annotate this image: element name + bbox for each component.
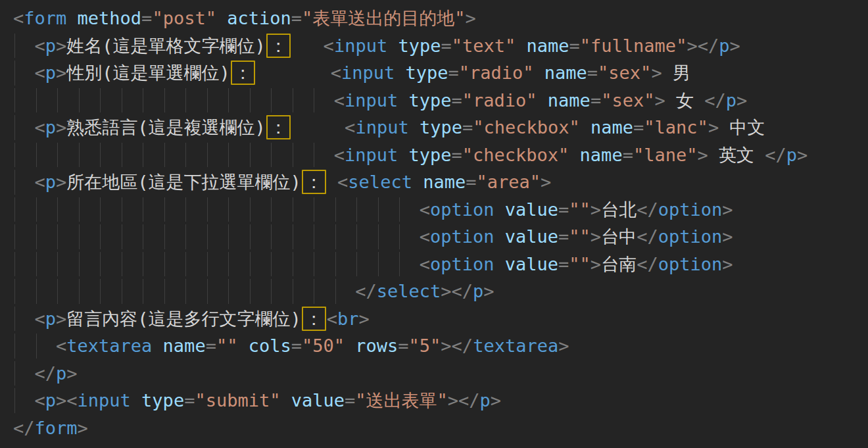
- code-attribute-name: name: [548, 90, 591, 111]
- code-tag-name: input: [345, 145, 398, 165]
- code-string: "送出表單": [355, 390, 448, 411]
- code-punctuation: >: [797, 145, 808, 165]
- code-punctuation: </: [35, 363, 57, 384]
- code-punctuation: =: [558, 226, 569, 247]
- code-plain-text: 所在地區(這是下拉選單欄位): [66, 172, 301, 192]
- code-string: "post": [152, 8, 216, 28]
- code-plain-text: [131, 390, 141, 411]
- code-plain-text: [327, 172, 337, 192]
- code-punctuation: =: [462, 117, 473, 137]
- code-line[interactable]: </p>: [13, 360, 868, 387]
- code-plain-text: 女: [665, 90, 705, 111]
- code-string: "": [216, 336, 238, 356]
- code-attribute-name: name: [527, 36, 569, 56]
- code-tag-name: input: [334, 36, 387, 56]
- code-tag-name: p: [786, 145, 797, 165]
- code-plain-text: [13, 336, 56, 356]
- code-tag-name: input: [78, 390, 131, 411]
- code-punctuation: =: [591, 90, 601, 111]
- code-line[interactable]: <option value="">台中</option>: [13, 223, 868, 251]
- code-attribute-name: method: [78, 8, 142, 28]
- code-attribute-name: value: [505, 199, 558, 220]
- code-line[interactable]: <p>留言內容(這是多行文字欄位)：<br>: [13, 305, 868, 333]
- code-plain-text: [216, 8, 227, 28]
- code-plain-text: [152, 336, 162, 356]
- code-punctuation: >: [697, 145, 708, 165]
- code-string: "text": [452, 36, 516, 56]
- code-plain-text: [66, 8, 77, 28]
- code-plain-text: [13, 309, 35, 329]
- code-punctuation: >: [56, 172, 66, 192]
- code-line[interactable]: <p>熟悉語言(這是複選欄位)： <input type="checkbox" …: [13, 114, 868, 141]
- code-punctuation: >: [729, 36, 740, 56]
- code-line[interactable]: <p><input type="submit" value="送出表單"></p…: [13, 387, 868, 414]
- code-line[interactable]: <option value="">台南</option>: [13, 251, 868, 278]
- code-line[interactable]: <option value="">台北</option>: [13, 196, 868, 224]
- code-punctuation: =: [558, 254, 569, 274]
- code-plain-text: [412, 172, 423, 192]
- code-line[interactable]: <input type="radio" name="sex"> 女 </p>: [13, 87, 868, 114]
- code-punctuation: >: [66, 363, 77, 384]
- code-tag-name: p: [56, 363, 66, 384]
- code-string: "fullname": [580, 36, 687, 56]
- unicode-highlight-box: ：: [302, 170, 326, 194]
- code-attribute-name: type: [408, 90, 451, 111]
- code-string: "5": [409, 336, 441, 356]
- code-tag-name: p: [480, 390, 491, 411]
- code-tag-name: p: [726, 90, 736, 111]
- unicode-highlight-box: ：: [302, 307, 326, 331]
- code-line[interactable]: <textarea name="" cols="50" rows="5"></t…: [13, 332, 868, 360]
- code-punctuation: <: [35, 62, 45, 83]
- code-punctuation: >: [736, 90, 747, 111]
- code-tag-name: p: [45, 62, 56, 83]
- code-attribute-name: cols: [249, 336, 291, 356]
- code-line[interactable]: </select></p>: [13, 278, 868, 305]
- code-line[interactable]: <input type="checkbox" name="lane"> 英文 <…: [13, 141, 868, 169]
- code-editor[interactable]: <form method="post" action="表單送出的目的地"> <…: [0, 0, 868, 448]
- code-attribute-name: action: [227, 8, 291, 28]
- code-string: "area": [476, 172, 541, 192]
- code-tag-name: p: [45, 36, 56, 56]
- code-plain-text: [398, 90, 408, 111]
- code-line[interactable]: </form>: [13, 414, 868, 442]
- code-plain-text: [13, 90, 334, 111]
- code-punctuation: <: [324, 36, 334, 56]
- code-attribute-name: type: [420, 117, 462, 137]
- code-plain-text: [13, 145, 334, 165]
- code-string: "radio": [462, 90, 537, 111]
- code-line[interactable]: <p>所在地區(這是下拉選單欄位)： <select name="area">: [13, 168, 868, 196]
- code-line[interactable]: <p>姓名(這是單格文字欄位)： <input type="text" name…: [13, 32, 868, 60]
- code-plain-text: [13, 281, 355, 301]
- code-tag-name: option: [430, 199, 494, 220]
- code-punctuation: </: [637, 254, 658, 274]
- code-line[interactable]: <form method="post" action="表單送出的目的地">: [13, 5, 868, 32]
- code-plain-text: [387, 36, 398, 56]
- code-tag-name: p: [473, 281, 483, 301]
- code-punctuation: ></: [448, 390, 480, 411]
- code-punctuation: >: [56, 62, 66, 83]
- code-line[interactable]: <p>性別(這是單選欄位)： <input type="radio" name=…: [13, 59, 868, 87]
- unicode-highlight-box: ：: [231, 61, 255, 85]
- code-attribute-name: name: [423, 172, 466, 192]
- code-plain-text: [280, 390, 291, 411]
- code-plain-text: [291, 36, 324, 56]
- code-plain-text: 英文: [708, 145, 765, 165]
- code-punctuation: >: [541, 172, 551, 192]
- code-plain-text: [534, 62, 544, 83]
- code-punctuation: </: [765, 145, 786, 165]
- code-punctuation: ><: [56, 390, 78, 411]
- code-plain-text: 台南: [601, 254, 637, 274]
- code-string: "submit": [195, 390, 280, 411]
- code-punctuation: =: [558, 199, 569, 220]
- code-punctuation: =: [206, 336, 216, 356]
- code-punctuation: <: [334, 145, 345, 165]
- code-tag-name: p: [45, 309, 56, 329]
- code-punctuation: >: [359, 309, 370, 329]
- code-punctuation: <: [420, 254, 430, 274]
- code-tag-name: option: [658, 254, 723, 274]
- code-plain-text: [537, 90, 548, 111]
- code-punctuation: <: [337, 172, 348, 192]
- code-string: "radio": [459, 62, 534, 83]
- code-punctuation: =: [398, 336, 408, 356]
- code-punctuation: =: [291, 336, 302, 356]
